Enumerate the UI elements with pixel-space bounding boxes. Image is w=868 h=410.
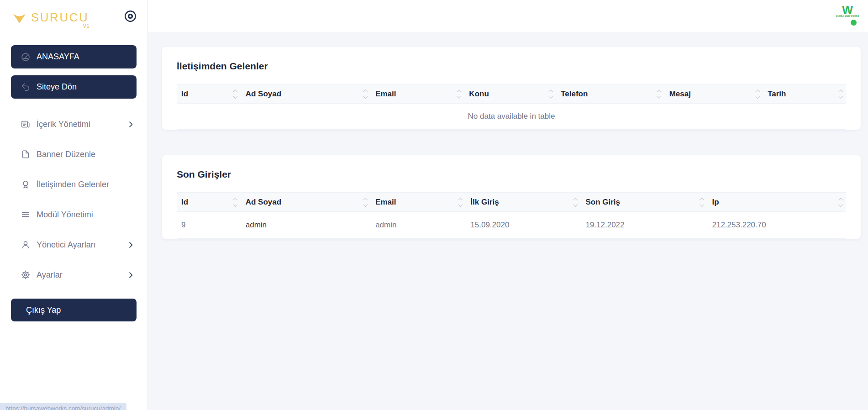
sort-icon[interactable]	[658, 90, 661, 98]
sidebar-item-label: İçerik Yönetimi	[37, 120, 90, 129]
brand-chevron-icon	[12, 8, 27, 24]
logout-button[interactable]: Çıkış Yap	[11, 299, 137, 321]
column-header-label: Ip	[712, 198, 719, 206]
sidebar-item-label: Siteye Dön	[37, 82, 77, 92]
column-header-label: Email	[375, 89, 396, 98]
column-header-label: Ad Soyad	[246, 89, 281, 98]
sidebar-item-label: İletişimden Gelenler	[37, 180, 109, 189]
contacts-table: IdAd SoyadEmailKonuTelefonMesajTarih No …	[177, 84, 846, 130]
sort-icon[interactable]	[574, 198, 577, 206]
list-icon	[21, 210, 31, 220]
chevron-right-icon	[127, 241, 135, 249]
sort-icon[interactable]	[839, 90, 842, 98]
sidebar-item-mod-l-y-netimi[interactable]: Modül Yönetimi	[11, 205, 137, 224]
column-header-label: Id	[181, 198, 188, 206]
column-header-son-giri[interactable]: Son Giriş	[581, 193, 707, 212]
contacts-card-title: İletişimden Gelenler	[177, 61, 846, 72]
avatar-caption: BURSA WEB WORKS	[836, 15, 858, 17]
sidebar-nav: ANASAYFASiteye Dön İçerik YönetimiBanner…	[0, 32, 147, 321]
sort-icon[interactable]	[459, 198, 462, 206]
table-cell: admin	[241, 212, 371, 239]
sidebar-item-anasayfa[interactable]: ANASAYFA	[11, 45, 137, 68]
sidebar-item-siteye-d-n[interactable]: Siteye Dön	[11, 75, 137, 99]
logins-card-title: Son Girişler	[177, 169, 846, 180]
sort-icon[interactable]	[364, 198, 367, 206]
column-header-ip[interactable]: Ip	[708, 193, 847, 212]
sidebar-item-i-leti-imden-gelenler[interactable]: İletişimden Gelenler	[11, 175, 137, 194]
column-header-id[interactable]: Id	[177, 193, 241, 212]
column-header-id[interactable]: Id	[177, 84, 241, 104]
logins-table: IdAd SoyadEmailİlk GirişSon GirişIp 9adm…	[177, 192, 846, 239]
brand-logo[interactable]: SURUCU V1	[12, 8, 124, 25]
sidebar-item-ayarlar[interactable]: Ayarlar	[11, 266, 137, 284]
table-cell: 9	[177, 212, 241, 239]
table-cell: 212.253.220.70	[708, 212, 847, 239]
logout-label: Çıkış Yap	[26, 305, 61, 315]
sort-icon[interactable]	[549, 90, 552, 98]
topbar: W BURSA WEB WORKS	[148, 0, 868, 32]
sidebar-item-label: Ayarlar	[37, 270, 63, 280]
status-url-tooltip: https://bursawebworks.com/surucu/admin/	[0, 403, 126, 410]
column-header-label: Son Giriş	[585, 198, 620, 206]
brand-name: SURUCU	[31, 11, 89, 24]
column-header-i-lk-giri[interactable]: İlk Giriş	[466, 193, 581, 212]
avatar-logo: W	[836, 5, 858, 15]
table-cell: 15.09.2020	[466, 212, 581, 239]
sort-icon[interactable]	[234, 90, 237, 98]
column-header-konu[interactable]: Konu	[464, 84, 556, 104]
chevron-right-icon	[127, 121, 135, 128]
sort-icon[interactable]	[756, 90, 759, 98]
column-header-tarih[interactable]: Tarih	[763, 84, 846, 104]
newspaper-icon	[21, 119, 31, 129]
user-avatar[interactable]: W BURSA WEB WORKS	[836, 5, 858, 27]
sidebar-item-label: Yönetici Ayarları	[37, 240, 96, 250]
sidebar-divider	[11, 296, 137, 296]
sidebar-item-banner-d-zenle[interactable]: Banner Düzenle	[11, 145, 137, 163]
sort-icon[interactable]	[839, 198, 842, 206]
main-content: İletişimden Gelenler IdAd SoyadEmailKonu…	[148, 32, 868, 410]
sort-icon[interactable]	[364, 90, 367, 98]
online-status-dot	[851, 20, 857, 26]
empty-table-message: No data available in table	[177, 104, 846, 130]
column-header-ad-soyad[interactable]: Ad Soyad	[241, 193, 371, 212]
table-cell: 19.12.2022	[581, 212, 707, 239]
column-header-ad-soyad[interactable]: Ad Soyad	[241, 84, 371, 104]
sidebar-header: SURUCU V1	[0, 0, 147, 32]
column-header-label: Telefon	[561, 89, 588, 98]
table-row: 9adminadmin15.09.202019.12.2022212.253.2…	[177, 212, 846, 239]
sidebar-item-label: Banner Düzenle	[37, 150, 95, 159]
column-header-email[interactable]: Email	[371, 193, 466, 212]
sidebar-item-label: ANASAYFA	[37, 52, 79, 62]
column-header-label: Tarih	[768, 89, 786, 98]
brand-version: V1	[83, 24, 89, 29]
chevron-right-icon	[127, 271, 135, 279]
sidebar: SURUCU V1 ANASAYFASiteye Dön İçerik Yöne…	[0, 0, 148, 410]
column-header-label: İlk Giriş	[470, 198, 499, 206]
column-header-label: Id	[181, 89, 188, 98]
contacts-card: İletişimden Gelenler IdAd SoyadEmailKonu…	[162, 47, 861, 130]
sort-icon[interactable]	[700, 198, 704, 206]
sort-icon[interactable]	[234, 198, 237, 206]
sidebar-item-label: Modül Yönetimi	[37, 210, 93, 220]
column-header-label: Email	[375, 198, 396, 206]
table-row-empty: No data available in table	[177, 104, 846, 130]
column-header-label: Konu	[469, 89, 489, 98]
table-cell: admin	[371, 212, 466, 239]
column-header-mesaj[interactable]: Mesaj	[665, 84, 763, 104]
column-header-label: Mesaj	[669, 89, 691, 98]
user-icon	[21, 240, 31, 250]
return-icon	[21, 82, 31, 92]
column-header-label: Ad Soyad	[246, 198, 281, 206]
sidebar-toggle-button[interactable]	[124, 10, 137, 23]
sidebar-item-i-erik-y-netimi[interactable]: İçerik Yönetimi	[11, 115, 137, 133]
file-icon	[21, 149, 31, 159]
column-header-email[interactable]: Email	[371, 84, 464, 104]
sort-icon[interactable]	[458, 90, 461, 98]
logins-card: Son Girişler IdAd SoyadEmailİlk GirişSon…	[162, 155, 861, 239]
gear-icon	[21, 270, 31, 280]
sidebar-item-y-netici-ayarlar[interactable]: Yönetici Ayarları	[11, 236, 137, 254]
column-header-telefon[interactable]: Telefon	[556, 84, 664, 104]
dashboard-icon	[21, 52, 31, 62]
award-icon	[21, 179, 31, 189]
